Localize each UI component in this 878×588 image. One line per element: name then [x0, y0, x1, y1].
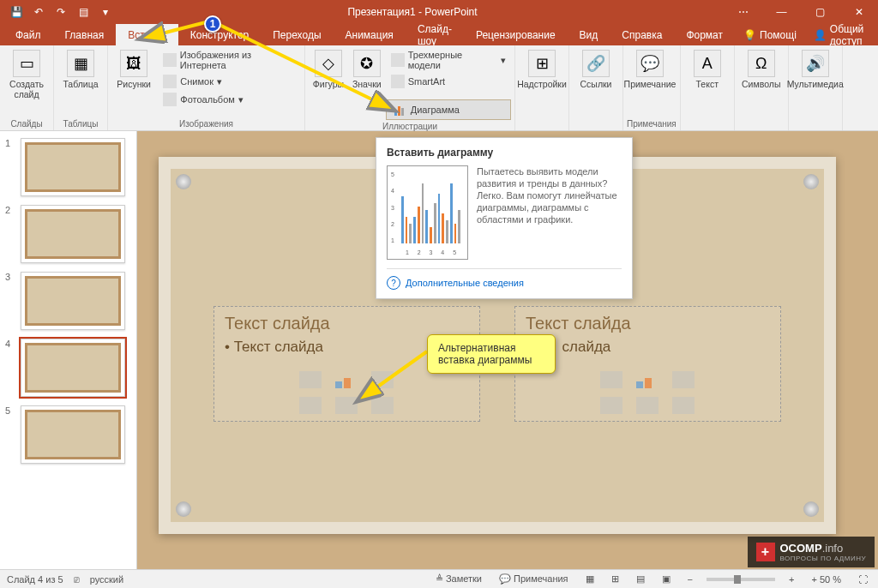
new-slide-button[interactable]: ▭ Создать слайд	[3, 48, 50, 101]
share-button[interactable]: 👤Общий доступ	[805, 24, 875, 45]
thumb-1[interactable]	[21, 138, 125, 196]
placeholder-title: Текст слайда	[225, 314, 469, 333]
chart-button[interactable]: Диаграмма	[386, 99, 511, 120]
online-pictures-button[interactable]: Изображения из Интернета	[158, 48, 301, 72]
group-text: AТекст	[681, 45, 735, 130]
spell-check-icon[interactable]: ⎚	[74, 574, 80, 585]
undo-icon[interactable]: ↶	[29, 3, 48, 21]
insert-picture-icon[interactable]	[299, 397, 322, 414]
3d-models-button[interactable]: Трехмерные модели ▾	[386, 48, 511, 72]
tab-transitions[interactable]: Переходы	[261, 24, 333, 45]
tab-animations[interactable]: Анимация	[334, 24, 406, 45]
tab-slideshow[interactable]: Слайд-шоу	[406, 24, 464, 45]
share-icon: 👤	[814, 29, 827, 41]
qat-more-icon[interactable]: ▾	[96, 3, 115, 21]
insert-chart-icon[interactable]	[636, 371, 658, 388]
table-icon: ▦	[67, 50, 94, 77]
ribbon-tabs: Файл Главная Вставка Конструктор Переход…	[0, 24, 878, 45]
icons-button[interactable]: ✪ Значки	[350, 48, 384, 91]
group-tables-label: Таблицы	[57, 117, 104, 130]
notes-button[interactable]: ≜ Заметки	[432, 573, 485, 585]
tab-home[interactable]: Главная	[53, 24, 117, 45]
zoom-level[interactable]: + 50 %	[808, 574, 845, 585]
group-comments: 💬Примечание Примечания	[623, 45, 681, 130]
insert-table-icon[interactable]	[600, 371, 622, 388]
insert-chart-icon[interactable]	[335, 371, 358, 388]
tab-file[interactable]: Файл	[3, 24, 53, 45]
slideshow-view-icon[interactable]: ▣	[658, 573, 674, 585]
svg-rect-2	[401, 108, 404, 116]
tab-insert[interactable]: Вставка	[116, 24, 178, 45]
shapes-button[interactable]: ◇ Фигуры	[309, 48, 348, 91]
media-button[interactable]: 🔊Мультимедиа	[792, 48, 839, 91]
insert-online-picture-icon[interactable]	[335, 397, 358, 414]
thumb-num-3: 3	[5, 272, 17, 282]
language-indicator[interactable]: русский	[90, 574, 123, 585]
chart-tooltip: Вставить диаграмму 54321 12345 Пытаетесь…	[376, 137, 633, 299]
annotation-callout: Альтернативная вставка диаграммы	[427, 334, 556, 374]
sorter-view-icon[interactable]: ⊞	[608, 573, 622, 585]
album-icon	[163, 93, 177, 106]
corner-decoration	[176, 501, 191, 517]
tab-help[interactable]: Справка	[610, 24, 674, 45]
zoom-slider[interactable]	[707, 578, 775, 581]
tab-view[interactable]: Вид	[568, 24, 610, 45]
thumb-5[interactable]	[21, 405, 125, 464]
bulb-icon: 💡	[743, 29, 756, 41]
watermark: + OCOMP.info ВОПРОСЫ ПО АДМИНУ	[748, 537, 875, 567]
thumb-num-1: 1	[5, 138, 17, 148]
smartart-button[interactable]: SmartArt	[386, 73, 511, 90]
tooltip-more-link[interactable]: Дополнительные сведения	[387, 268, 622, 290]
close-button[interactable]: ✕	[839, 0, 878, 24]
thumb-3[interactable]	[21, 272, 125, 330]
slide-thumbnails[interactable]: 1 2 3 4 5	[0, 131, 137, 569]
tab-review[interactable]: Рецензирование	[464, 24, 568, 45]
group-illustrations: ◇ Фигуры ✪ Значки Трехмерные модели ▾ Sm…	[305, 45, 515, 130]
svg-rect-0	[394, 110, 397, 116]
text-button[interactable]: AТекст	[684, 48, 731, 91]
normal-view-icon[interactable]: ▦	[582, 573, 598, 585]
fit-to-window-button[interactable]: ⛶	[855, 574, 871, 585]
insert-smartart-icon[interactable]	[371, 371, 394, 388]
smartart-icon	[391, 75, 405, 88]
icons-icon: ✪	[353, 50, 381, 77]
comments-button[interactable]: 💬 Примечания	[496, 573, 572, 585]
screenshot-button[interactable]: Снимок ▾	[158, 73, 301, 90]
reading-view-icon[interactable]: ▤	[633, 573, 648, 585]
redo-icon[interactable]: ↷	[51, 3, 70, 21]
tooltip-title: Вставить диаграмму	[387, 147, 622, 159]
insert-online-picture-icon[interactable]	[636, 397, 658, 414]
comment-button[interactable]: 💬Примечание	[627, 48, 673, 91]
pictures-button[interactable]: 🖼 Рисунки	[111, 48, 156, 91]
tooltip-chart-preview: 54321 12345	[387, 165, 468, 260]
zoom-out-button[interactable]: −	[684, 574, 696, 585]
table-button[interactable]: ▦ Таблица	[57, 48, 104, 91]
insert-video-icon[interactable]	[672, 397, 695, 414]
symbols-button[interactable]: ΩСимволы	[738, 48, 785, 91]
tab-format[interactable]: Формат	[674, 24, 735, 45]
slide-counter[interactable]: Слайд 4 из 5	[7, 574, 63, 585]
tell-me-button[interactable]: 💡Помощі	[735, 24, 805, 45]
watermark-plus-icon: +	[756, 543, 775, 561]
insert-video-icon[interactable]	[371, 397, 394, 414]
start-slideshow-icon[interactable]: ▤	[74, 3, 93, 21]
corner-decoration	[803, 501, 819, 517]
insert-table-icon[interactable]	[299, 371, 322, 388]
placeholder-title: Текст слайда	[526, 314, 770, 333]
save-icon[interactable]: 💾	[7, 3, 26, 21]
window-controls: ⋯ — ▢ ✕	[724, 0, 878, 24]
thumb-2[interactable]	[21, 205, 125, 263]
photo-album-button[interactable]: Фотоальбом ▾	[158, 91, 301, 108]
insert-smartart-icon[interactable]	[672, 371, 695, 388]
links-button[interactable]: 🔗Ссылки	[573, 48, 619, 91]
group-images: 🖼 Рисунки Изображения из Интернета Снимо…	[108, 45, 305, 130]
tooltip-body: Пытаетесь выявить модели развития и трен…	[477, 165, 622, 260]
zoom-in-button[interactable]: +	[785, 574, 797, 585]
comment-icon: 💬	[636, 50, 664, 77]
thumb-4[interactable]	[21, 339, 125, 397]
insert-picture-icon[interactable]	[600, 397, 622, 414]
ribbon-options-icon[interactable]: ⋯	[724, 0, 762, 24]
minimize-button[interactable]: —	[762, 0, 801, 24]
addins-button[interactable]: ⊞Надстройки	[519, 48, 565, 91]
maximize-button[interactable]: ▢	[801, 0, 839, 24]
